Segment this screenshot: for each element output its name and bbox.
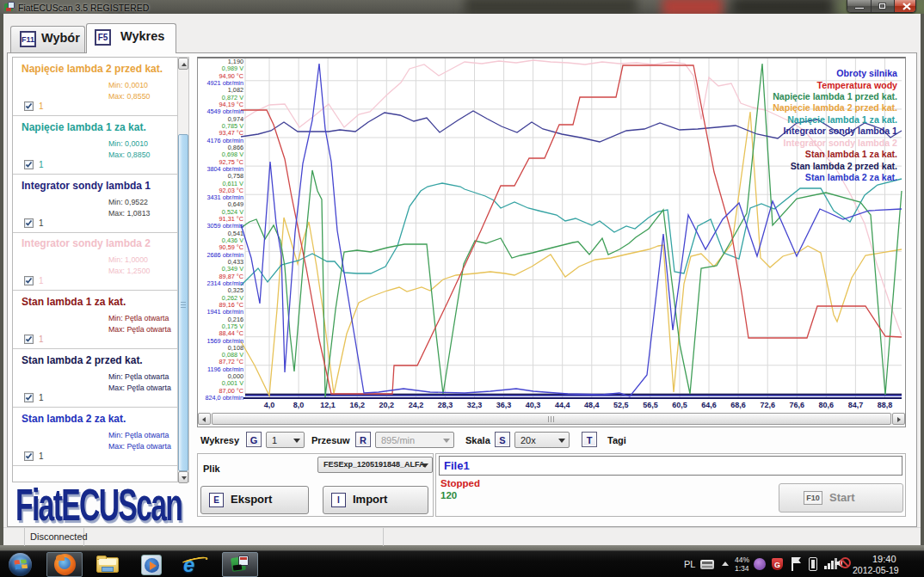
svg-text:76,6: 76,6 <box>790 401 805 409</box>
svg-text:88,8: 88,8 <box>878 401 893 409</box>
svg-text:36,3: 36,3 <box>496 401 512 409</box>
svg-text:72,6: 72,6 <box>760 401 775 409</box>
svg-text:Temperatura wody: Temperatura wody <box>817 80 898 90</box>
svg-text:68,6: 68,6 <box>730 401 746 409</box>
svg-text:Stan lambda 2 przed kat.: Stan lambda 2 przed kat. <box>791 161 897 171</box>
svg-text:40,3: 40,3 <box>526 401 541 409</box>
svg-text:8,0: 8,0 <box>293 401 305 409</box>
svg-text:Stan lambda 2 za kat.: Stan lambda 2 za kat. <box>805 172 897 182</box>
svg-text:84,7: 84,7 <box>848 401 864 409</box>
svg-text:824,0 obr/min: 824,0 obr/min <box>205 394 243 402</box>
svg-text:64,6: 64,6 <box>701 401 717 409</box>
svg-text:28,3: 28,3 <box>438 401 453 409</box>
svg-text:Integrator sondy lambda 2: Integrator sondy lambda 2 <box>784 138 898 148</box>
svg-text:4,0: 4,0 <box>264 401 275 409</box>
svg-text:44,4: 44,4 <box>555 401 570 409</box>
svg-text:52,5: 52,5 <box>613 401 629 409</box>
svg-text:Obroty silnika: Obroty silnika <box>836 68 897 78</box>
svg-text:Napięcie lambda 2 przed kat.: Napięcie lambda 2 przed kat. <box>773 102 897 113</box>
svg-text:Integrator sondy lambda 1: Integrator sondy lambda 1 <box>784 126 898 136</box>
svg-text:60,5: 60,5 <box>672 401 687 409</box>
svg-text:20,2: 20,2 <box>379 401 395 409</box>
svg-text:Napięcie lambda 1 przed kat.: Napięcie lambda 1 przed kat. <box>773 91 897 101</box>
svg-text:12,1: 12,1 <box>320 401 336 409</box>
svg-text:32,3: 32,3 <box>467 401 483 409</box>
svg-text:Stan lambda 1 za kat.: Stan lambda 1 za kat. <box>805 149 897 159</box>
svg-text:56,5: 56,5 <box>643 401 658 409</box>
svg-text:24,2: 24,2 <box>409 401 424 409</box>
svg-text:16,2: 16,2 <box>349 401 365 409</box>
svg-text:48,4: 48,4 <box>584 401 600 409</box>
svg-text:Napięcie lambda 1 za kat.: Napięcie lambda 1 za kat. <box>787 114 897 125</box>
svg-text:80,6: 80,6 <box>819 401 835 409</box>
